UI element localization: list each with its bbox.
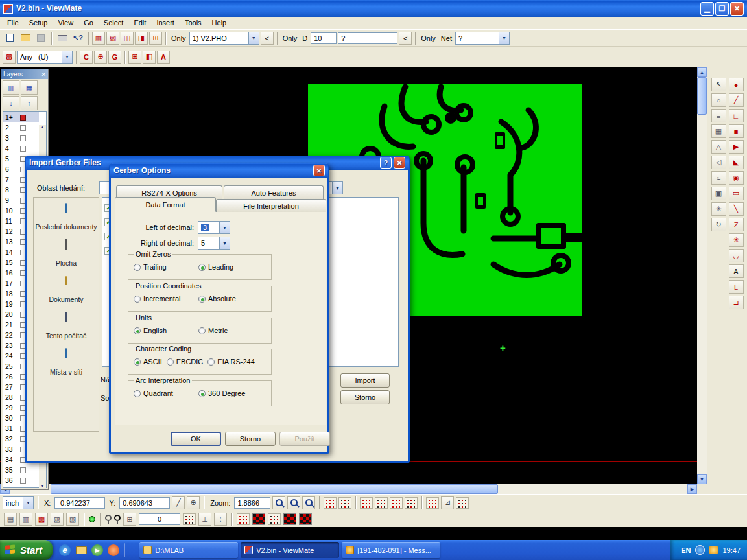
- pad-pattern-button[interactable]: ⊞: [128, 51, 141, 64]
- layer-row-2[interactable]: 2: [3, 122, 39, 133]
- grid-style-4-icon[interactable]: [375, 497, 388, 509]
- y-coordinate-field[interactable]: 0.690643: [119, 497, 170, 509]
- mirror-icon[interactable]: ◁: [711, 156, 726, 169]
- snap-grid-1-icon[interactable]: [183, 513, 196, 525]
- target-icon[interactable]: ◉: [729, 171, 744, 185]
- apply-button[interactable]: Použít: [279, 432, 330, 446]
- layer-row-4[interactable]: 4: [3, 143, 39, 154]
- layer-row-35[interactable]: 35: [3, 465, 39, 475]
- units-combo[interactable]: inch ▼: [3, 496, 34, 509]
- grid-style-6-icon[interactable]: [405, 497, 418, 509]
- menu-tools[interactable]: Tools: [180, 18, 207, 28]
- menu-file[interactable]: File: [2, 18, 24, 28]
- selection-mode-icon[interactable]: ▩: [3, 51, 16, 64]
- print-button[interactable]: [55, 31, 69, 45]
- radio-ebcdic[interactable]: EBCDIC: [167, 358, 204, 366]
- view-mode-3-icon[interactable]: ▩: [35, 513, 48, 526]
- pattern-2-icon[interactable]: [252, 513, 265, 525]
- anchor-icon[interactable]: ⊥: [198, 513, 211, 526]
- grid-style-7-icon[interactable]: [426, 497, 439, 509]
- place-recent-documents[interactable]: Poslední dokumenty: [35, 204, 97, 231]
- menu-help[interactable]: Help: [207, 18, 232, 28]
- measure-icon[interactable]: △: [711, 140, 726, 154]
- menu-setup[interactable]: Setup: [24, 18, 53, 28]
- layer-color-swatch[interactable]: [20, 146, 26, 152]
- menu-edit[interactable]: Edit: [128, 18, 151, 28]
- net-tool-button[interactable]: ◨: [135, 32, 148, 45]
- radio-metric[interactable]: Metric: [198, 327, 228, 334]
- x-coordinate-field[interactable]: -0.942237: [54, 497, 105, 509]
- rect-outline-icon[interactable]: ▭: [729, 187, 744, 200]
- place-network-places[interactable]: Místa v síti: [35, 349, 97, 376]
- cancel-button[interactable]: Storno: [340, 390, 390, 404]
- radio-leading[interactable]: Leading: [198, 263, 233, 271]
- help-button[interactable]: ?: [380, 157, 392, 169]
- layers-colors-button[interactable]: ▦: [21, 80, 38, 95]
- pad-round-icon[interactable]: ●: [729, 78, 744, 91]
- wave-icon[interactable]: ≈: [711, 171, 726, 185]
- tray-messenger-icon[interactable]: [709, 546, 718, 554]
- save-file-button[interactable]: [34, 31, 48, 45]
- task-button-1[interactable]: V2.bin - ViewMate: [241, 542, 339, 558]
- scroll-down-icon[interactable]: ▼: [697, 474, 707, 484]
- menu-insert[interactable]: Insert: [151, 18, 180, 28]
- grid-style-3-icon[interactable]: [360, 497, 373, 509]
- corner-icon[interactable]: ∟: [729, 109, 744, 122]
- layer-combo[interactable]: 1) V2.PHO ▼: [189, 32, 259, 45]
- task-button-0[interactable]: D:\MLAB: [139, 542, 238, 558]
- left-of-decimal-combo[interactable]: 3 ▼: [198, 221, 230, 234]
- pattern-5-icon[interactable]: [299, 513, 312, 525]
- tab-data-format[interactable]: Data Format: [115, 197, 216, 212]
- folder-shortcut-icon[interactable]: [76, 546, 87, 554]
- horizontal-scroll-thumb[interactable]: [51, 484, 498, 494]
- browser-shortcut-icon[interactable]: [108, 544, 119, 556]
- view-mode-1-icon[interactable]: ▤: [4, 513, 17, 526]
- import-button[interactable]: Import: [340, 373, 390, 388]
- prev-layer-button[interactable]: <: [261, 32, 274, 45]
- grid-style-2-icon[interactable]: [338, 497, 351, 509]
- pattern-1-icon[interactable]: [237, 513, 250, 525]
- menu-view[interactable]: View: [53, 18, 78, 28]
- grid-toggle-icon[interactable]: ⊞: [123, 513, 136, 526]
- context-help-button[interactable]: ↖?: [71, 31, 85, 45]
- text-tool-button[interactable]: A: [157, 51, 170, 64]
- zoom-in-icon[interactable]: [272, 496, 285, 509]
- radio-english[interactable]: English: [134, 327, 189, 334]
- center-target-icon[interactable]: ⊕: [187, 496, 200, 509]
- grid-angle-icon[interactable]: ⊿: [441, 496, 454, 509]
- grid-style-8-icon[interactable]: [456, 497, 469, 509]
- vertical-scrollbar[interactable]: ▲ ▼: [697, 67, 707, 484]
- new-file-button[interactable]: [3, 31, 17, 45]
- pad-probe-2-icon[interactable]: [114, 515, 121, 521]
- start-button[interactable]: Start: [0, 540, 53, 560]
- layer-color-swatch[interactable]: [20, 478, 26, 484]
- pointer-icon[interactable]: ↖: [711, 78, 726, 91]
- arrow-icon[interactable]: ▶: [729, 140, 744, 154]
- any-filter-combo[interactable]: Any (U) ▼: [17, 51, 73, 64]
- scroll-right-icon[interactable]: ▶: [687, 484, 697, 494]
- prev-dcode-button[interactable]: <: [399, 32, 412, 45]
- layer-move-up-button[interactable]: ↑: [21, 96, 38, 110]
- layer-row-3[interactable]: 3: [3, 133, 39, 143]
- tab-file-interpretation[interactable]: File Interpretation: [216, 199, 326, 212]
- align-icon[interactable]: ≑: [214, 513, 227, 526]
- radio-eia-rs-244[interactable]: EIA RS-244: [208, 358, 254, 366]
- place-my-computer[interactable]: Tento počítač: [35, 313, 97, 340]
- radio-incremental[interactable]: Incremental: [134, 295, 189, 303]
- zigzag-icon[interactable]: Z: [729, 218, 744, 231]
- cancel-button[interactable]: Storno: [225, 432, 276, 446]
- language-indicator[interactable]: EN: [681, 546, 691, 554]
- triangle-icon[interactable]: ◣: [729, 156, 744, 169]
- pattern-4-icon[interactable]: [283, 513, 296, 525]
- tray-network-icon[interactable]: [695, 545, 705, 555]
- h-pattern-button[interactable]: ◧: [143, 51, 156, 64]
- layer-move-down-button[interactable]: ↓: [3, 96, 19, 110]
- query-tool-button[interactable]: ▧: [106, 32, 119, 45]
- snap-icon[interactable]: ▣: [711, 187, 726, 200]
- zoom-out-icon[interactable]: [287, 496, 300, 509]
- right-of-decimal-combo[interactable]: 5 ▼: [198, 237, 230, 250]
- minimize-button[interactable]: ▁: [700, 2, 714, 16]
- pattern-3-icon[interactable]: [268, 513, 281, 525]
- radio-trailing[interactable]: Trailing: [134, 263, 189, 271]
- layer-color-swatch[interactable]: [20, 125, 26, 131]
